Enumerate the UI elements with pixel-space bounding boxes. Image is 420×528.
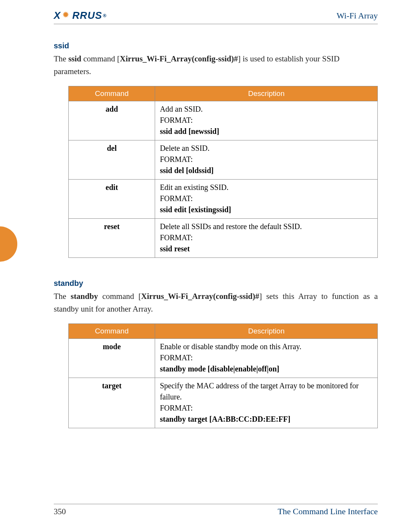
format-label: FORMAT: xyxy=(160,193,373,204)
format-value: ssid add [newssid] xyxy=(160,126,373,137)
format-label: FORMAT: xyxy=(160,154,373,165)
intro-command-context: Xirrus_Wi-Fi_Array(config-ssid)# xyxy=(141,292,260,301)
description-cell: Enable or disable standby mode on this A… xyxy=(155,339,378,378)
description-cell: Edit an existing SSID.FORMAT:ssid edit [… xyxy=(155,180,378,219)
page-number: 350 xyxy=(54,507,66,516)
command-cell: target xyxy=(69,378,155,428)
page-footer: 350 The Command Line Interface xyxy=(54,504,378,516)
intro-command-context: Xirrus_Wi-Fi_Array(config-ssid)# xyxy=(120,54,238,63)
table-row: delDelete an SSID.FORMAT:ssid del [oldss… xyxy=(69,140,378,180)
format-label: FORMAT: xyxy=(160,115,373,126)
table-row: resetDelete all SSIDs and restore the de… xyxy=(69,219,378,258)
format-label: FORMAT: xyxy=(160,352,373,363)
table-header: Command xyxy=(69,86,155,101)
command-cell: reset xyxy=(69,219,155,258)
brand-logo: X RRUS ® xyxy=(54,10,107,21)
section-heading: standby xyxy=(54,279,378,288)
intro-text: command [ xyxy=(81,54,120,63)
description-text: Enable or disable standby mode on this A… xyxy=(160,341,373,352)
command-table: CommandDescriptionmodeEnable or disable … xyxy=(68,323,378,428)
section-intro: The standby command [Xirrus_Wi-Fi_Array(… xyxy=(54,290,378,315)
logo-text-suffix: RRUS xyxy=(72,10,102,21)
intro-text: The xyxy=(54,292,71,301)
format-value: ssid reset xyxy=(160,243,373,254)
table-row: addAdd an SSID.FORMAT:ssid add [newssid] xyxy=(69,101,378,140)
section-heading: ssid xyxy=(54,41,378,50)
sun-icon xyxy=(62,12,71,20)
command-cell: del xyxy=(69,140,155,180)
format-value: standby mode [disable|enable|off|on] xyxy=(160,363,373,375)
description-text: Delete all SSIDs and restore the default… xyxy=(160,221,373,232)
footer-title: The Command Line Interface xyxy=(278,507,378,516)
command-cell: mode xyxy=(69,339,155,378)
table-header: Description xyxy=(155,324,378,339)
table-header: Description xyxy=(155,86,378,101)
description-text: Edit an existing SSID. xyxy=(160,182,373,193)
format-value: standby target [AA:BB:CC:DD:EE:FF] xyxy=(160,414,373,425)
section-intro: The ssid command [Xirrus_Wi-Fi_Array(con… xyxy=(54,53,378,78)
intro-text: The xyxy=(54,54,68,63)
logo-registered: ® xyxy=(103,13,107,18)
header-title: Wi-Fi Array xyxy=(337,11,378,21)
command-table: CommandDescriptionaddAdd an SSID.FORMAT:… xyxy=(68,86,378,258)
description-cell: Delete an SSID.FORMAT:ssid del [oldssid] xyxy=(155,140,378,180)
intro-command-name: standby xyxy=(71,292,98,301)
table-row: editEdit an existing SSID.FORMAT:ssid ed… xyxy=(69,180,378,219)
table-header: Command xyxy=(69,324,155,339)
table-row: modeEnable or disable standby mode on th… xyxy=(69,339,378,378)
side-tab-decoration xyxy=(0,226,17,262)
format-value: ssid del [oldssid] xyxy=(160,165,373,176)
command-cell: edit xyxy=(69,180,155,219)
table-row: targetSpecify the MAC address of the tar… xyxy=(69,378,378,428)
description-text: Specify the MAC address of the target Ar… xyxy=(160,380,373,403)
description-cell: Specify the MAC address of the target Ar… xyxy=(155,378,378,428)
format-value: ssid edit [existingssid] xyxy=(160,204,373,215)
format-label: FORMAT: xyxy=(160,403,373,414)
description-text: Add an SSID. xyxy=(160,104,373,115)
description-text: Delete an SSID. xyxy=(160,143,373,154)
description-cell: Add an SSID.FORMAT:ssid add [newssid] xyxy=(155,101,378,140)
logo-text-prefix: X xyxy=(54,10,61,21)
command-cell: add xyxy=(69,101,155,140)
intro-text: command [ xyxy=(98,292,141,301)
description-cell: Delete all SSIDs and restore the default… xyxy=(155,219,378,258)
intro-command-name: ssid xyxy=(68,54,81,63)
format-label: FORMAT: xyxy=(160,232,373,243)
page-header: X RRUS ® Wi-Fi Array xyxy=(54,10,378,24)
